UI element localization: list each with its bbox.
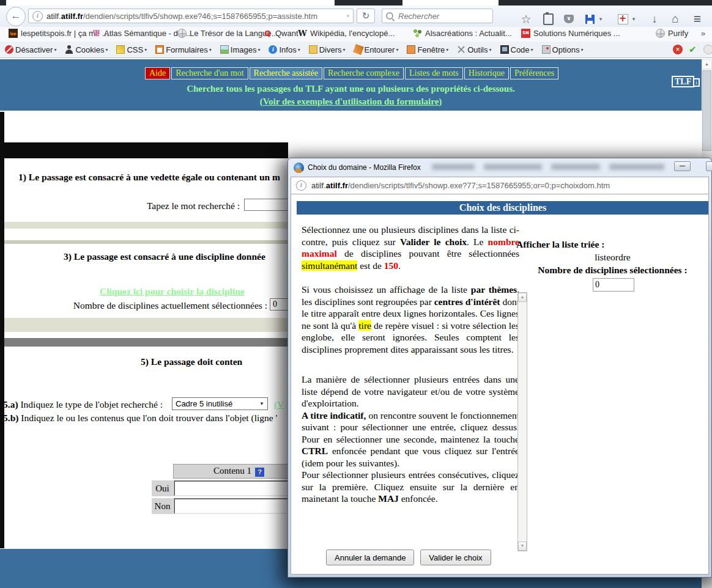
lespetitspois-favicon-icon [9,29,18,38]
webdev-menu-desactiver[interactable]: Désactiver [5,45,56,54]
popup-heading: Choix des disciplines [297,201,709,215]
bookmarks-panel-button[interactable] [541,12,555,26]
cancel-button[interactable]: Annuler la demande [326,549,414,565]
see-link[interactable]: (V [274,399,284,410]
form-content-area: 1) Le passage est consacré à une vedette… [0,111,288,549]
popup-content: Choix des disciplines Sélectionnez une o… [291,194,709,575]
search-input[interactable] [397,11,489,21]
site-info-icon[interactable] [296,180,306,191]
menu-label: Formulaires [166,45,208,54]
bookmark-solutions-numeriques[interactable]: Solutions Numériques ... [521,29,620,38]
scroll-up-icon[interactable] [518,293,527,302]
neutral-status-icon[interactable] [703,45,712,54]
webdev-menu-divers[interactable]: Divers [309,45,346,54]
section3-title: 3) Le passage est consacré à une discipl… [64,251,265,262]
bookmark-qwant[interactable]: Qwant [263,29,299,38]
bookmark-wikipedia[interactable]: Wikipédia, l'encyclopé... [298,29,395,38]
alsacreations-favicon-icon [413,29,422,38]
minimize-button[interactable] [674,161,691,171]
bookmark-alsacreations[interactable]: Alsacréations : Actualit... [413,29,512,38]
webdev-menu-fenetre[interactable]: Fenêtre [407,45,448,54]
globe-favicon-icon [177,29,187,38]
reload-button[interactable] [357,9,375,23]
menu-button[interactable] [690,12,705,26]
webdev-menu-infos[interactable]: Infos [269,45,300,54]
webdev-menu-formulaires[interactable]: Formulaires [155,45,212,54]
tab-aide[interactable]: Aide [145,67,170,79]
url-bar[interactable]: atilf.atilf.fr/dendien/scripts/tlfiv5/sh… [28,9,354,23]
scroll-down-icon[interactable] [518,542,527,551]
chevron-down-icon [54,47,56,53]
disable-icon [5,45,13,54]
browser-tab[interactable] [6,0,335,6]
site-info-icon[interactable] [32,11,43,21]
url-text: atilf.atilf.fr/dendien/scripts/tlfiv5/sh… [46,12,343,21]
page-header-band: Aide Recherche d'un mot Recherche assist… [0,59,702,111]
popup-window: Choix du domaine - Mozilla Firefox atilf… [287,158,712,578]
tab-listes-mots[interactable]: Listes de mots [405,67,463,79]
help-icon[interactable]: ? [255,468,264,477]
bookmark-purify[interactable]: Purify [656,29,688,38]
home-button[interactable] [668,12,683,26]
addon-dropdown-icon[interactable] [630,12,637,26]
webdev-menu-outils[interactable]: Outils [457,45,491,54]
glass-reflection [551,164,600,170]
webdev-menu-images[interactable]: Images [220,45,261,54]
popup-url-text: atilf.atilf.fr/dendien/scripts/tlfiv5/sh… [311,181,703,190]
tab-recherche-mot[interactable]: Recherche d'un mot [171,67,248,79]
scroll-up-icon[interactable] [702,59,712,69]
disciplines-list-scrollbar[interactable] [517,292,527,551]
oui-input[interactable] [174,480,288,496]
popup-title-bar[interactable]: Choix du domaine - Mozilla Firefox [288,158,711,177]
page-intro: Cherchez tous les passages du TLF ayant … [0,84,702,94]
examples-link[interactable]: (Voir des exemples d'utilisation du form… [0,97,702,107]
pocket-icon [564,15,574,23]
downloads-button[interactable] [647,12,662,26]
separator-band [4,222,288,229]
webdev-menu-code[interactable]: Code [500,45,533,54]
browser-tab[interactable] [402,0,499,6]
selected-count-input[interactable] [593,278,634,292]
selected-count-label: Nombre de disciplines sélectionnées : [516,265,709,276]
discipline-count-input[interactable] [270,298,288,311]
bookmark-star-button[interactable] [519,12,533,26]
bookmark-label: Solutions Numériques ... [533,29,620,38]
sorted-list-value[interactable]: listeordre [516,252,709,263]
menu-label: Infos [279,45,296,54]
webdev-menu-entourer[interactable]: Entourer [354,45,399,54]
pocket-button[interactable] [562,12,576,26]
tab-preferences[interactable]: Préférences [510,67,558,79]
error-status-icon[interactable] [673,45,683,54]
tab-historique[interactable]: Historique [464,67,509,79]
scrollbar-thumb[interactable] [702,70,711,151]
valid-status-icon[interactable] [689,45,697,54]
menu-label: Outils [467,45,488,54]
bookmarks-overflow-button[interactable]: » [701,29,705,38]
left-edge-strip [0,112,4,548]
webdev-menu-options[interactable]: Options [542,45,584,54]
maximize-button[interactable] [706,161,712,171]
save-dropdown-icon[interactable] [597,12,604,26]
back-button[interactable] [6,7,26,26]
tab-recherche-complexe[interactable]: Recherche complexe [324,67,404,79]
tools-icon [457,45,465,54]
save-page-button[interactable] [582,12,597,26]
object-type-label: 5.a) Indiquez le type de l'objet recherc… [3,399,163,410]
popup-right-panel: Afficher la liste triée : listeordre Nom… [516,239,709,292]
object-type-select[interactable]: Cadre 5 inutilisé [172,397,268,410]
bookmark-atlas-semantique[interactable]: Atlas Sémantique - dic... [92,29,190,38]
word-input[interactable] [244,199,288,211]
popup-url-bar[interactable]: atilf.atilf.fr/dendien/scripts/tlfiv5/sh… [291,177,709,194]
non-input[interactable] [174,498,288,514]
validate-button[interactable]: Valider le choix [420,549,491,565]
webdev-menu-cookies[interactable]: Cookies [65,45,108,54]
bookmarks-toolbar: lespetitspois.fr | ça me ... Atlas Séman… [0,27,712,42]
webdev-menu-css[interactable]: CSS [116,45,147,54]
chevron-down-icon [105,47,108,53]
url-dropdown-icon[interactable]: ▾ [346,13,349,19]
choose-discipline-link[interactable]: Cliquez ici pour choisir la discipline [100,286,245,297]
tab-recherche-assistee[interactable]: Recherche assistée [250,67,322,79]
addon-button[interactable] [615,12,630,26]
search-box[interactable] [382,9,493,23]
red-cross-icon [618,14,628,24]
